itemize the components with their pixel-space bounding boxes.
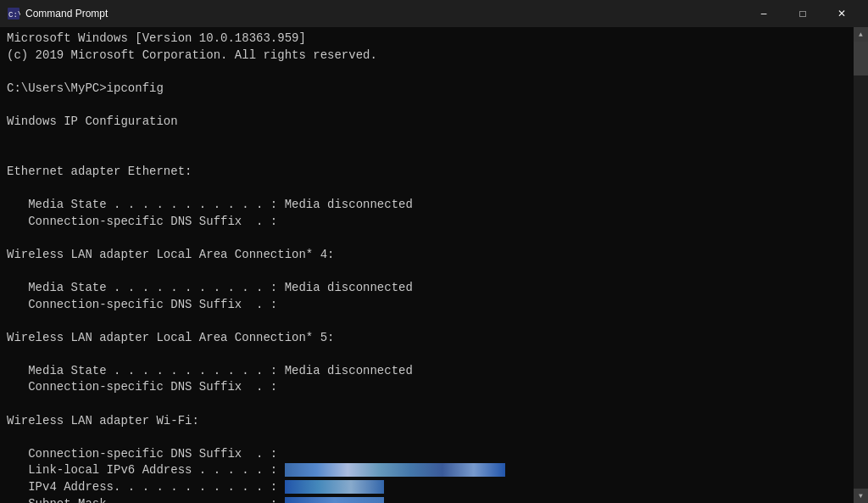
scrollbar[interactable]: ▲ ▼ [854, 27, 868, 503]
cmd-window: C:\ Command Prompt – □ ✕ Microsoft Windo… [0, 0, 868, 503]
title-bar: C:\ Command Prompt – □ ✕ [0, 0, 868, 27]
window-title: Command Prompt [25, 8, 744, 20]
scroll-down-button[interactable]: ▼ [854, 489, 868, 503]
minimize-button[interactable]: – [744, 0, 783, 27]
window-controls: – □ ✕ [744, 0, 861, 27]
scrollbar-thumb[interactable] [854, 42, 868, 75]
subnet-mask: 255.255.255.0 [285, 497, 385, 503]
content-area: Microsoft Windows [Version 10.0.18363.95… [0, 27, 868, 503]
scrollbar-track[interactable] [854, 42, 868, 489]
cmd-icon: C:\ [7, 7, 20, 20]
svg-text:C:\: C:\ [8, 11, 20, 20]
terminal-output[interactable]: Microsoft Windows [Version 10.0.18363.95… [0, 27, 854, 503]
scroll-up-button[interactable]: ▲ [854, 27, 868, 42]
ipv4-address: 192.168.1.xx [285, 480, 385, 494]
close-button[interactable]: ✕ [822, 0, 861, 27]
ipv6-address: fe80::a1b2:c3d4:e5f6:a7b8%12 [285, 463, 505, 477]
maximize-button[interactable]: □ [783, 0, 822, 27]
